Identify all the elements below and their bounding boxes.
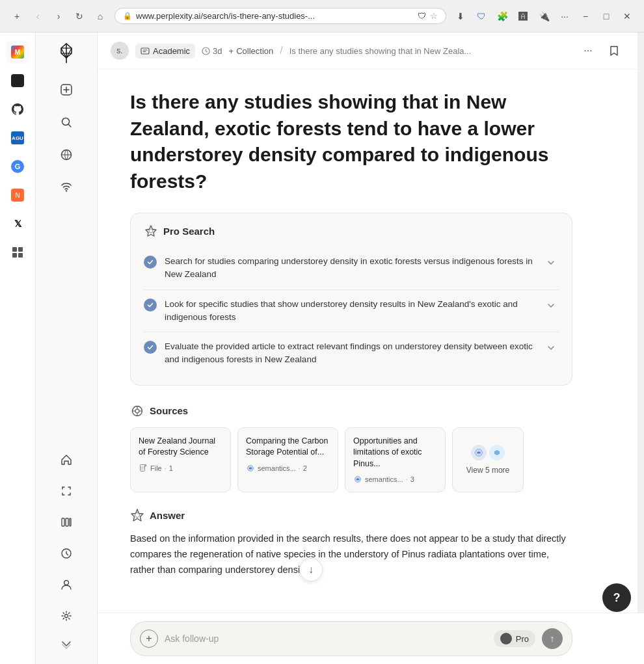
github-icon[interactable]: [6, 98, 29, 121]
step-expand-3[interactable]: [543, 340, 559, 356]
bookmark-button[interactable]: [604, 40, 624, 61]
new-search-button[interactable]: [52, 75, 81, 104]
gmail-icon[interactable]: M: [6, 40, 29, 64]
answer-header: Answer: [130, 508, 572, 522]
step-check-3: [144, 341, 157, 354]
follow-up-add-button[interactable]: +: [140, 630, 158, 648]
home-sidebar-button[interactable]: [52, 445, 81, 474]
source-card-2[interactable]: Comparing the Carbon Storage Potential o…: [237, 427, 338, 493]
source-meta-1: File · 1: [139, 464, 222, 473]
source-count-1: 1: [169, 464, 173, 472]
pro-search-header: Pro Search: [144, 224, 559, 238]
google-icon[interactable]: G: [6, 155, 29, 178]
address-bar[interactable]: 🔒 www.perplexity.ai/search/is-there-any-…: [114, 8, 446, 24]
step-check-1: [144, 256, 157, 269]
notion-icon[interactable]: N: [6, 183, 29, 207]
sidebar-bottom: [52, 445, 81, 656]
extension-extra-icon[interactable]: 🔌: [535, 7, 553, 25]
submit-button[interactable]: ↑: [542, 628, 563, 649]
svg-rect-10: [141, 48, 149, 54]
step-text-2: Look for specific studies that show unde…: [165, 298, 535, 325]
svg-rect-6: [70, 518, 71, 526]
source-card-3[interactable]: Opportunities and limitations of exotic …: [345, 427, 446, 493]
source-meta-2: semantics... · 2: [246, 464, 330, 473]
answer-section: Answer Based on the information provided…: [130, 508, 572, 578]
shield-icon: 🛡: [418, 11, 426, 21]
close-button[interactable]: ✕: [618, 7, 636, 25]
main-question: Is there any studies showing that in New…: [130, 89, 572, 194]
search-button[interactable]: [52, 108, 81, 137]
source-meta-text-3: semantics...: [365, 475, 403, 483]
right-scrollbar[interactable]: [637, 33, 644, 664]
sources-header: Sources: [130, 404, 572, 418]
twitter-x-icon[interactable]: 𝕏: [6, 212, 29, 235]
star-icon[interactable]: ☆: [430, 11, 438, 21]
pro-search-icon: [144, 224, 158, 238]
minimize-button[interactable]: −: [576, 7, 595, 25]
answer-icon: [130, 508, 144, 522]
help-button[interactable]: ?: [602, 583, 631, 612]
signal-button[interactable]: [52, 173, 81, 202]
forward-button[interactable]: ›: [49, 7, 68, 25]
extension-translate-icon[interactable]: 🅰: [514, 7, 532, 25]
answer-text: Based on the information provided in the…: [130, 531, 572, 578]
perplexity-sidebar: [36, 33, 98, 664]
source-card-1[interactable]: New Zealand Journal of Forestry Science: [130, 427, 231, 493]
view-more-sources-button[interactable]: View 5 more: [452, 427, 524, 493]
grid-icon[interactable]: [6, 241, 29, 264]
sidebar-collapse-button[interactable]: [52, 633, 81, 656]
pro-search-title: Pro Search: [163, 226, 215, 237]
refresh-button[interactable]: ↻: [70, 7, 88, 25]
user-profile-button[interactable]: [52, 570, 81, 599]
more-options-button[interactable]: ···: [578, 40, 598, 61]
source-title-1: New Zealand Journal of Forestry Science: [139, 436, 222, 458]
history-button[interactable]: [52, 539, 81, 568]
step-expand-2[interactable]: [543, 298, 559, 313]
source-title-2: Comparing the Carbon Storage Potential o…: [246, 436, 330, 458]
scroll-down-button[interactable]: ↓: [299, 558, 323, 581]
academic-badge[interactable]: Academic: [135, 44, 195, 59]
svg-point-21: [135, 513, 140, 518]
back-button[interactable]: ‹: [29, 7, 47, 25]
maximize-button[interactable]: □: [597, 7, 615, 25]
semantics-icon-3: [353, 475, 362, 484]
step-check-2: [144, 299, 157, 312]
expand-button[interactable]: [52, 477, 81, 505]
breadcrumb-title: Is there any studies showing that in New…: [289, 46, 472, 56]
source-meta-text-1: File: [150, 464, 162, 472]
svg-point-9: [65, 615, 68, 618]
sources-grid: New Zealand Journal of Forestry Science: [130, 427, 572, 493]
extension-shield-icon[interactable]: 🛡: [472, 7, 490, 25]
svg-rect-4: [62, 518, 64, 526]
step-text-1: Search for studies comparing understorey…: [165, 255, 535, 282]
browser-sidebar: M AGU G N 𝕏: [0, 33, 36, 664]
svg-point-14: [135, 409, 139, 413]
pro-toggle[interactable]: Pro: [494, 630, 535, 647]
pro-label: Pro: [516, 634, 529, 644]
settings-button[interactable]: [52, 602, 81, 630]
globe-button[interactable]: [52, 140, 81, 169]
user-avatar[interactable]: s.: [111, 42, 129, 60]
svg-point-3: [66, 190, 67, 191]
browser-chrome: + ‹ › ↻ ⌂ 🔒 www.perplexity.ai/search/is-…: [0, 0, 644, 33]
new-tab-button[interactable]: +: [8, 7, 26, 25]
library-button[interactable]: [52, 508, 81, 537]
sources-section: Sources New Zealand Journal of Forestry …: [130, 404, 572, 493]
collection-label: Collection: [236, 46, 273, 56]
browser-more-button[interactable]: ···: [556, 7, 574, 25]
step-expand-1[interactable]: [543, 255, 559, 271]
more-source-icons: [471, 445, 505, 460]
more-icon-2: [489, 445, 505, 460]
dark-mode-icon[interactable]: [6, 69, 29, 92]
browser-actions: ⬇ 🛡 🧩 🅰 🔌 ··· − □ ✕: [451, 7, 636, 25]
follow-up-input-container[interactable]: + Ask follow-up Pro ↑: [130, 621, 572, 656]
semantics-icon-2: [246, 464, 255, 473]
download-button[interactable]: ⬇: [451, 7, 470, 25]
perplexity-logo[interactable]: [53, 40, 79, 66]
svg-rect-15: [141, 464, 145, 471]
agu-icon[interactable]: AGU: [6, 126, 29, 150]
home-button[interactable]: ⌂: [91, 7, 109, 25]
extension-puzzle-icon[interactable]: 🧩: [493, 7, 511, 25]
source-meta-text-2: semantics...: [258, 464, 296, 472]
collection-badge[interactable]: + Collection: [229, 46, 274, 56]
